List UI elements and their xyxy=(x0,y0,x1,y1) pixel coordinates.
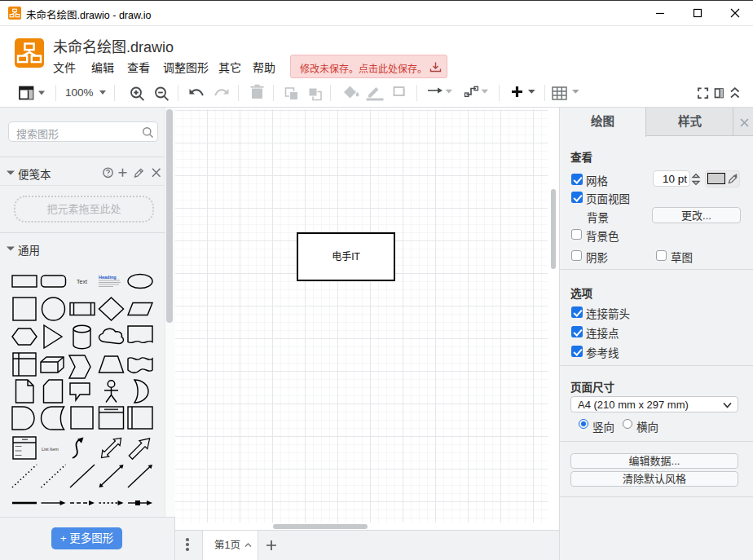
svg-text:100%: 100% xyxy=(65,86,94,99)
svg-text:Heading: Heading xyxy=(99,275,117,280)
svg-text:List Item: List Item xyxy=(42,447,59,452)
svg-text:Text: Text xyxy=(77,279,87,284)
